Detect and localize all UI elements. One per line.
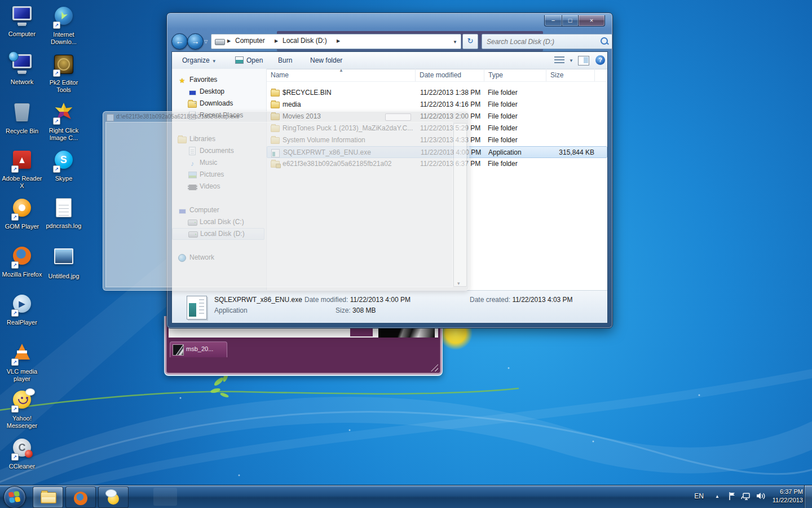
nav-favorites[interactable]: ★Favorites (172, 74, 266, 86)
desktop-icon-firefox[interactable]: Mozilla Firefox (2, 244, 42, 278)
desktop-icon-ccleaner[interactable]: CCleaner (2, 436, 42, 470)
search-input[interactable] (486, 36, 595, 47)
date-created-value: 11/22/2013 4:03 PM (512, 296, 572, 304)
chevron-down-icon: ▼ (212, 59, 217, 64)
maximize-button[interactable]: □ (562, 15, 579, 27)
breadcrumb-computer[interactable]: Computer (235, 37, 265, 45)
help-icon[interactable]: ? (595, 55, 605, 65)
show-hidden-icons[interactable]: ▲ (715, 494, 720, 499)
ghost-setup-window[interactable]: d:\e621f3e381b092a05a62185fb21a02\setup.… (103, 111, 469, 291)
start-button[interactable] (3, 486, 26, 508)
column-header-type[interactable]: Type (484, 69, 546, 81)
resize-grip[interactable] (431, 364, 438, 371)
desktop-icon-skype[interactable]: Skype (43, 148, 84, 182)
view-dropdown-icon[interactable]: ▼ (569, 58, 573, 63)
desktop-icon-idm[interactable]: Internet Downlo... (43, 5, 84, 46)
preview-pane-icon[interactable] (578, 56, 589, 65)
desktop-icon-yahoo-messenger[interactable]: Yahoo! Messenger (2, 388, 42, 430)
date-created-label: Date created: (470, 296, 510, 304)
computer-icon (11, 6, 33, 29)
desktop-icon-label: Computer (2, 30, 42, 38)
address-bar[interactable]: ▶ Computer ▶ Local Disk (D:) ▶ ▼ (211, 34, 461, 49)
column-header-size[interactable]: Size (546, 69, 595, 81)
clock[interactable]: 6:37 PM 11/22/2013 (773, 488, 803, 505)
address-dropdown-icon[interactable]: ▼ (453, 40, 457, 45)
column-header-name[interactable]: Name (267, 69, 416, 81)
details-file-name: SQLEXPRWT_x86_ENU.exe (214, 296, 302, 304)
desktop-icon-recycle-bin[interactable]: Recycle Bin (2, 100, 42, 135)
change-view-icon[interactable] (554, 56, 564, 64)
breadcrumb-local-disk-d[interactable]: Local Disk (D:) (283, 37, 327, 45)
file-row[interactable]: $RECYCLE.BIN 11/22/2013 1:38 PM File fol… (267, 87, 607, 99)
recycle-bin-icon (11, 103, 33, 126)
show-desktop-button[interactable] (804, 485, 812, 508)
nav-desktop[interactable]: Desktop (172, 86, 266, 98)
selected-file-icon (187, 296, 207, 319)
vlc-icon (11, 344, 33, 366)
organize-menu[interactable]: Organize▼ (182, 52, 217, 69)
taskbar: EN ▲ 6:37 PM 11/22/2013 (0, 485, 812, 508)
pk2-editor-icon (52, 55, 75, 77)
open-button[interactable]: Open (235, 52, 263, 69)
language-indicator[interactable]: EN (694, 492, 704, 500)
desktop-icon-untitled-jpg[interactable]: Untitled.jpg (43, 244, 84, 280)
burn-button[interactable]: Burn (278, 52, 292, 69)
desktop-icon-pdncrash-log[interactable]: pdncrash.log (43, 196, 84, 230)
shortcut-arrow-icon (11, 165, 19, 173)
right-click-image-icon (52, 103, 75, 125)
image-tab[interactable]: msb_20... (170, 341, 227, 357)
image-tab-thumbnail-icon (173, 344, 184, 356)
image-tab-label: msb_20... (186, 345, 213, 352)
desktop-icon-right-click-image[interactable]: Right Click Image C... (43, 100, 84, 142)
desktop-icon-adobe-reader[interactable]: Adobe Reader X (2, 148, 42, 190)
close-button[interactable]: × (579, 15, 605, 27)
forward-button[interactable]: → (187, 33, 204, 50)
shortcut-arrow-icon (53, 21, 60, 29)
ghost-window-body (105, 122, 453, 287)
ghost-window-title: d:\e621f3e381b092a05a62185fb21a02\setup.… (116, 113, 240, 120)
desktop-icon-gom-player[interactable]: GOM Player (2, 196, 42, 230)
refresh-button[interactable]: ↻ (462, 34, 478, 49)
shortcut-arrow-icon (11, 358, 19, 366)
details-pane: SQLEXPRWT_x86_ENU.exe Application Date m… (172, 290, 607, 323)
action-center-flag-icon[interactable] (728, 492, 736, 501)
desktop-icon-computer[interactable]: Computer (2, 5, 42, 38)
search-box[interactable] (482, 34, 612, 49)
minimize-button[interactable]: − (544, 15, 562, 27)
ccleaner-icon (11, 439, 33, 461)
shortcut-arrow-icon (53, 165, 60, 173)
shortcut-arrow-icon (53, 117, 60, 125)
nav-downloads[interactable]: Downloads (172, 98, 266, 110)
command-toolbar: Organize▼ Open Burn New folder ▼ ? (172, 52, 607, 69)
tray-time: 6:37 PM (773, 488, 803, 496)
ghost-window-controls (385, 113, 411, 121)
back-button[interactable]: ← (171, 33, 188, 50)
taskbar-yahoo-button[interactable] (98, 487, 129, 508)
size-label: Size: (336, 306, 351, 314)
desktop-icon-pk2-editor[interactable]: Pk2 Editor Tools (43, 52, 84, 94)
internet-download-manager-icon (52, 7, 75, 29)
column-header-date[interactable]: Date modified (416, 69, 484, 81)
window-controls: − □ × (544, 15, 605, 27)
address-bar-row: ← → ▽ ▶ Computer ▶ Local Disk (D:) ▶ ▼ ↻ (171, 32, 608, 50)
taskbar-firefox-button[interactable] (65, 487, 96, 508)
explorer-folder-icon (41, 492, 56, 503)
drive-icon (215, 39, 225, 45)
new-folder-button[interactable]: New folder (310, 52, 342, 69)
shortcut-arrow-icon (11, 261, 19, 269)
breadcrumb-arrow-icon: ▶ (337, 38, 340, 43)
column-headers: ▲ Name Date modified Type Size (267, 69, 607, 82)
file-row[interactable]: media 11/22/2013 4:16 PM File folder (267, 99, 607, 111)
gom-player-icon (11, 199, 33, 221)
search-icon (601, 37, 608, 45)
desktop-icon-vlc[interactable]: VLC media player (2, 340, 42, 383)
network-icon[interactable] (741, 492, 751, 501)
volume-icon[interactable] (756, 492, 766, 501)
downloads-icon (188, 101, 197, 108)
desktop-icon-realplayer[interactable]: RealPlayer (2, 292, 42, 326)
shortcut-arrow-icon (53, 69, 60, 77)
history-dropdown-icon[interactable]: ▽ (204, 39, 208, 44)
desktop-icon-network[interactable]: Network (2, 52, 42, 86)
breadcrumb-arrow-icon: ▶ (227, 38, 231, 43)
taskbar-explorer-button[interactable] (33, 487, 63, 508)
